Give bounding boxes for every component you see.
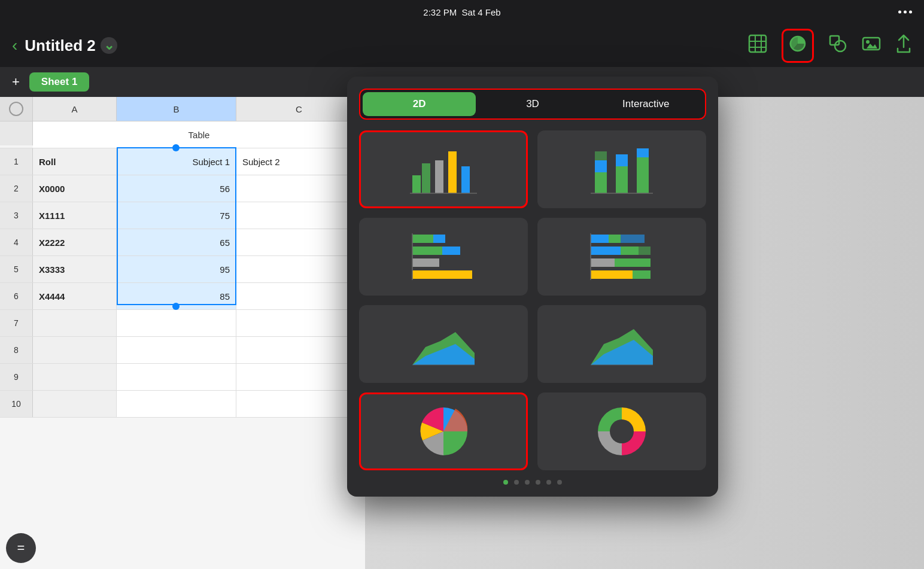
row-num-5: 5 bbox=[0, 256, 33, 282]
table-label-rn bbox=[0, 121, 33, 145]
cell-5c[interactable] bbox=[236, 256, 362, 282]
cell-3b[interactable]: 75 bbox=[117, 202, 236, 229]
media-icon[interactable] bbox=[862, 34, 881, 57]
table-label-row: Table bbox=[0, 121, 365, 148]
cell-9a[interactable] bbox=[33, 364, 117, 390]
table-row: 5 X3333 95 bbox=[0, 256, 365, 283]
table-row: 1 Roll Subject 1 Subject 2 bbox=[0, 148, 365, 175]
back-button[interactable]: ‹ bbox=[12, 36, 17, 55]
chart-dimension-tabs: 2D 3D Interactive bbox=[359, 89, 706, 120]
status-time: 2:32 PM bbox=[423, 7, 457, 17]
table-row: 2 X0000 56 bbox=[0, 175, 365, 202]
row-num-4: 4 bbox=[0, 229, 33, 255]
table-row: 7 bbox=[0, 310, 365, 337]
col-header-a[interactable]: A bbox=[33, 97, 117, 121]
row-num-2: 2 bbox=[0, 175, 33, 202]
svg-rect-21 bbox=[637, 157, 649, 193]
cell-9c[interactable] bbox=[236, 364, 362, 390]
cell-2b[interactable]: 56 bbox=[117, 175, 236, 202]
svg-rect-36 bbox=[639, 247, 651, 255]
select-all-button[interactable] bbox=[9, 102, 23, 116]
chart-bar-horizontal[interactable] bbox=[359, 218, 528, 296]
row-num-10: 10 bbox=[0, 391, 33, 417]
tab-2d[interactable]: 2D bbox=[363, 92, 476, 116]
cell-10a[interactable] bbox=[33, 391, 117, 417]
share-button[interactable] bbox=[895, 34, 912, 57]
cell-4b[interactable]: 65 bbox=[117, 229, 236, 255]
cell-10c[interactable] bbox=[236, 391, 362, 417]
table-label: Table bbox=[33, 121, 365, 148]
svg-point-9 bbox=[866, 40, 870, 44]
page-dot-2[interactable] bbox=[514, 480, 519, 485]
cell-1a[interactable]: Roll bbox=[33, 148, 117, 175]
svg-rect-31 bbox=[591, 235, 609, 243]
cell-6a[interactable]: X4444 bbox=[33, 283, 117, 309]
col-header-b[interactable]: B bbox=[117, 97, 236, 121]
cell-3a[interactable]: X1111 bbox=[33, 202, 117, 229]
status-date: Sat 4 Feb bbox=[462, 7, 501, 17]
svg-rect-32 bbox=[609, 235, 621, 243]
chart-donut[interactable] bbox=[537, 392, 706, 470]
cell-5a[interactable]: X3333 bbox=[33, 256, 117, 282]
cell-6c[interactable] bbox=[236, 283, 362, 309]
cell-4c[interactable] bbox=[236, 229, 362, 255]
svg-rect-16 bbox=[595, 172, 607, 193]
svg-rect-25 bbox=[412, 235, 433, 243]
chart-icon[interactable] bbox=[782, 29, 814, 63]
cell-4a[interactable]: X2222 bbox=[33, 229, 117, 255]
cell-8a[interactable] bbox=[33, 337, 117, 363]
cell-7c[interactable] bbox=[236, 310, 362, 336]
tab-3d[interactable]: 3D bbox=[476, 92, 589, 116]
shape-icon[interactable] bbox=[828, 34, 847, 57]
cell-2a[interactable]: X0000 bbox=[33, 175, 117, 202]
svg-rect-38 bbox=[615, 258, 651, 267]
toolbar-right-icons bbox=[748, 29, 912, 63]
pagination-dots bbox=[359, 480, 706, 485]
cell-7b[interactable] bbox=[117, 310, 236, 336]
col-header-c[interactable]: C bbox=[236, 97, 362, 121]
svg-rect-14 bbox=[461, 166, 470, 193]
chart-bar-stacked[interactable] bbox=[537, 130, 706, 208]
add-sheet-button[interactable]: + bbox=[7, 72, 25, 92]
selection-handle-bottom bbox=[172, 303, 180, 310]
page-dot-1[interactable] bbox=[503, 480, 508, 485]
cell-2c[interactable] bbox=[236, 175, 362, 202]
table-row: 3 X1111 75 bbox=[0, 202, 365, 229]
formula-label: = bbox=[17, 540, 25, 556]
cell-8b[interactable] bbox=[117, 337, 236, 363]
svg-rect-39 bbox=[591, 270, 633, 279]
cell-3c[interactable] bbox=[236, 202, 362, 229]
svg-rect-11 bbox=[422, 163, 430, 193]
chart-area[interactable] bbox=[359, 305, 528, 383]
tab-interactive[interactable]: Interactive bbox=[589, 92, 703, 116]
cell-1b[interactable]: Subject 1 bbox=[117, 148, 236, 175]
formula-bar-button[interactable]: = bbox=[6, 533, 36, 563]
cell-9b[interactable] bbox=[117, 364, 236, 390]
toolbar: ‹ Untitled 2 ⌄ bbox=[0, 24, 924, 67]
cell-1c[interactable]: Subject 2 bbox=[236, 148, 362, 175]
svg-rect-34 bbox=[591, 247, 621, 255]
cell-5b[interactable]: 95 bbox=[117, 256, 236, 282]
row-num-1: 1 bbox=[0, 148, 33, 175]
svg-rect-28 bbox=[412, 258, 439, 267]
chart-area-stacked[interactable] bbox=[537, 305, 706, 383]
page-dot-3[interactable] bbox=[525, 480, 530, 485]
row-num-6: 6 bbox=[0, 283, 33, 309]
page-dot-6[interactable] bbox=[557, 480, 562, 485]
sheet-tab-1[interactable]: Sheet 1 bbox=[29, 72, 89, 92]
title-dropdown-button[interactable]: ⌄ bbox=[101, 37, 117, 54]
chart-pie[interactable] bbox=[359, 392, 528, 470]
page-dot-4[interactable] bbox=[536, 480, 540, 485]
cell-7a[interactable] bbox=[33, 310, 117, 336]
svg-rect-27 bbox=[412, 247, 442, 255]
cell-10b[interactable] bbox=[117, 391, 236, 417]
spreadsheet: A B C Table 1 Roll Subject 1 Subject 2 2… bbox=[0, 97, 365, 569]
chart-bar-horizontal-stacked[interactable] bbox=[537, 218, 706, 296]
table-icon[interactable] bbox=[748, 34, 767, 57]
cell-8c[interactable] bbox=[236, 337, 362, 363]
page-dot-5[interactable] bbox=[546, 480, 551, 485]
table-row: 10 bbox=[0, 391, 365, 418]
svg-rect-40 bbox=[633, 270, 651, 279]
svg-rect-35 bbox=[621, 247, 639, 255]
chart-bar-grouped[interactable] bbox=[359, 130, 528, 208]
